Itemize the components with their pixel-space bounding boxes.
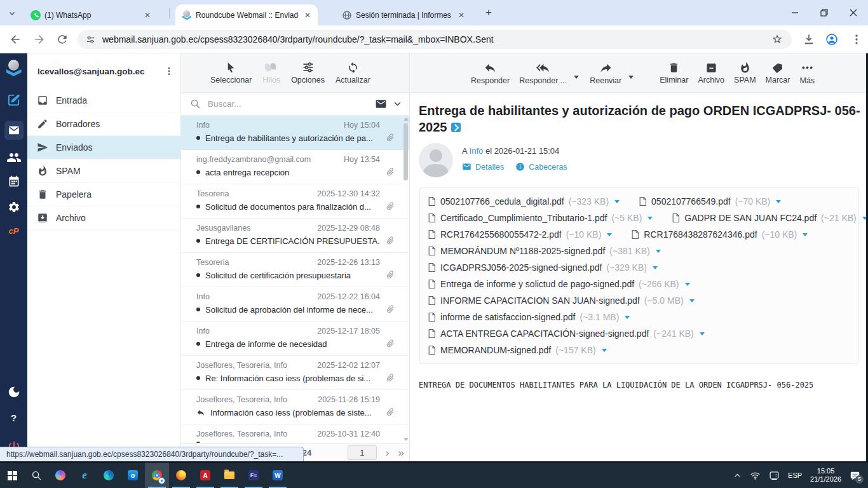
attachment[interactable]: Entrega de informe y solictud de pago-si…: [428, 279, 690, 289]
folder-borradores[interactable]: Borradores: [27, 112, 180, 136]
page-number[interactable]: 1: [348, 445, 377, 460]
back-button[interactable]: [9, 33, 22, 46]
taskbar-search-button[interactable]: [24, 463, 48, 488]
forward-button[interactable]: [33, 33, 46, 46]
wifi-icon[interactable]: [750, 470, 761, 481]
taskbar-acrobat-button[interactable]: A: [193, 463, 217, 488]
contacts-nav-button[interactable]: [0, 150, 27, 165]
tab-whatsapp[interactable]: (1) WhatsApp ✕: [24, 4, 158, 25]
folder-entrada[interactable]: Entrada: [27, 89, 180, 112]
forward-button[interactable]: Reenviar: [590, 61, 621, 85]
chevron-down-icon[interactable]: [393, 100, 402, 108]
archive-button[interactable]: Archivo: [698, 62, 724, 85]
select-button[interactable]: Seleccionar: [210, 62, 252, 85]
scroll-down-arrow[interactable]: [403, 438, 409, 441]
address-bar[interactable]: webmail.sanjuan.gob.ec/cpsess8323026840/…: [78, 30, 792, 49]
taskbar-f-app-button[interactable]: F≡: [241, 463, 266, 488]
folder-enviados[interactable]: Enviados: [27, 136, 180, 159]
refresh-button[interactable]: Actualizar: [336, 62, 370, 85]
scroll-up-arrow[interactable]: [403, 118, 409, 121]
taskbar-edge-button[interactable]: [97, 463, 121, 488]
site-info-icon[interactable]: [85, 34, 96, 45]
close-icon[interactable]: ✕: [302, 11, 313, 20]
reply-all-menu-caret[interactable]: [573, 76, 580, 79]
next-page-button[interactable]: ›: [386, 447, 390, 458]
attachment[interactable]: RCR1764255680055472-2.pdf(~10 KB): [428, 229, 612, 240]
mark-button[interactable]: Marcar: [766, 62, 790, 85]
taskbar-chrome-button[interactable]: [145, 463, 169, 488]
headers-link[interactable]: Cabeceras: [515, 162, 567, 172]
compose-button[interactable]: [0, 93, 27, 107]
list-item[interactable]: InfoHoy 15:04 Entrega de habilitantes y …: [181, 116, 409, 150]
attachment-menu-caret[interactable]: [607, 233, 612, 236]
search-input[interactable]: [207, 98, 375, 109]
window-minimize-button[interactable]: [780, 0, 810, 25]
tab-roundcube[interactable]: Roundcube Webmail :: Enviados ✕: [175, 4, 318, 25]
scrollbar-thumb[interactable]: [403, 123, 408, 180]
reload-button[interactable]: [56, 33, 69, 46]
list-scrollbar[interactable]: [402, 116, 409, 443]
language-indicator[interactable]: ESP: [788, 471, 802, 479]
list-item[interactable]: Info2025-12-17 18:05 Entrega de informe …: [181, 322, 409, 356]
list-item[interactable]: Joseflores, Tesoreria, Info2025-11-26 15…: [181, 390, 409, 424]
attachment-menu-caret[interactable]: [614, 200, 620, 203]
attachment-menu-caret[interactable]: [625, 316, 630, 319]
attachment[interactable]: GADPR DE SAN JUAN FC24.pdf(~21 KB): [672, 213, 867, 223]
folder-archivo[interactable]: Archivo: [27, 207, 180, 230]
envelope-scope-icon[interactable]: [375, 98, 387, 110]
folder-spam[interactable]: SPAM: [27, 159, 180, 183]
new-tab-button[interactable]: +: [482, 6, 496, 20]
delete-button[interactable]: Eliminar: [660, 62, 688, 85]
settings-nav-button[interactable]: [0, 201, 27, 214]
attachment[interactable]: Certificado_Cumplimiento_Tributario-1.pd…: [428, 213, 653, 223]
forward-menu-caret[interactable]: [627, 76, 635, 79]
downloads-icon[interactable]: [803, 33, 815, 46]
attachment[interactable]: ACTA ENTREGA CAPACITACIÓN-signed-signed.…: [428, 329, 705, 339]
threads-button[interactable]: Hilos: [262, 61, 280, 85]
bookmark-star-icon[interactable]: [771, 34, 783, 45]
tray-expand-button[interactable]: [733, 471, 742, 480]
reply-all-button[interactable]: Responder ...: [519, 61, 567, 85]
attachment-menu-caret[interactable]: [776, 200, 781, 203]
folder-papelera[interactable]: Papelera: [27, 183, 180, 207]
help-button[interactable]: ?: [0, 412, 27, 423]
notification-center-button[interactable]: 5: [850, 470, 860, 481]
attachment-menu-caret[interactable]: [602, 349, 607, 352]
attachment-menu-caret[interactable]: [803, 233, 808, 236]
list-item[interactable]: Joseflores, Tesoreria, Info2025-10-31 12…: [181, 424, 409, 443]
attachment[interactable]: 0502107766549.pdf(~70 KB): [639, 196, 781, 207]
list-item[interactable]: Joseflores, Tesoreria, Info2025-12-02 12…: [181, 356, 409, 390]
attachment-menu-caret[interactable]: [700, 332, 705, 336]
attachment[interactable]: 0502107766_cedula_digital.pdf(~323 KB): [428, 196, 620, 207]
attachment[interactable]: RCR1768438287624346.pdf(~10 KB): [631, 229, 808, 240]
menu-kebab-icon[interactable]: [850, 33, 863, 46]
start-button[interactable]: [0, 463, 24, 488]
attachment[interactable]: MEMORANDUM-signed.pdf(~157 KB): [428, 345, 607, 355]
list-item[interactable]: Info2025-12-22 16:04 Solicitud de aproba…: [181, 287, 409, 322]
list-item[interactable]: Tesoreria2025-12-30 14:32 Solicitud de d…: [181, 184, 409, 219]
options-button[interactable]: Opciones: [291, 61, 325, 85]
connect-display-icon[interactable]: [769, 470, 780, 481]
close-icon[interactable]: ✕: [142, 11, 153, 20]
mail-nav-button[interactable]: [0, 121, 27, 140]
taskbar-ie-button[interactable]: e: [72, 463, 97, 488]
taskbar-firefox-button[interactable]: [169, 463, 193, 488]
taskbar-clock[interactable]: 15:05 21/1/2026: [810, 467, 841, 484]
last-page-button[interactable]: »: [398, 447, 404, 458]
attachment[interactable]: ICGADPRSJ056-2025-signed-signed.pdf(~329…: [428, 262, 658, 273]
attachment[interactable]: INFORME CAPACITACION SAN JUAN-signed.pdf…: [428, 295, 695, 306]
attachment-menu-caret[interactable]: [656, 250, 661, 253]
taskbar-copilot-button[interactable]: [48, 463, 72, 488]
taskbar-outlook-button[interactable]: o: [121, 463, 145, 488]
attachment[interactable]: MEMORÁNDUM Nº1188-2025-signed.pdf(~381 K…: [428, 246, 661, 256]
taskbar-explorer-button[interactable]: [217, 463, 241, 488]
window-restore-button[interactable]: [810, 0, 839, 25]
attachment-menu-caret[interactable]: [648, 217, 653, 220]
list-item[interactable]: Tesoreria2025-12-26 13:13 Solicitud de c…: [181, 253, 409, 287]
attachment-menu-caret[interactable]: [653, 266, 658, 269]
calendar-nav-button[interactable]: [0, 175, 27, 188]
taskbar-word-button[interactable]: W: [266, 463, 290, 488]
spam-button[interactable]: SPAM: [734, 62, 756, 85]
list-item[interactable]: ing.freddyzambrano@gmail.comHoy 13:54 ac…: [181, 150, 409, 184]
open-in-new-window-icon[interactable]: [451, 123, 461, 132]
